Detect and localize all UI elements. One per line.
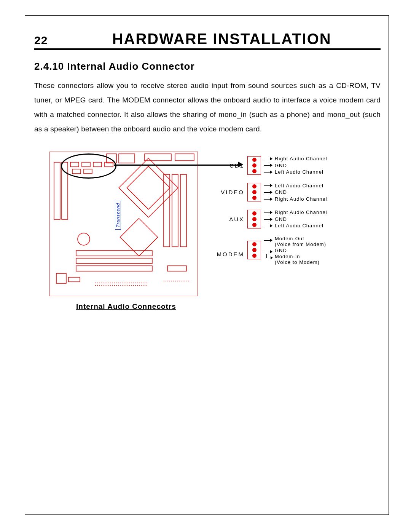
connector-modem: MODEM Modem-Out (Voice from Modem) GND: [209, 236, 373, 265]
connector-name: VIDEO: [209, 189, 244, 195]
connector-aux: AUX Right Audio Channel GND Left Audio C…: [209, 209, 373, 229]
svg-rect-17: [172, 174, 178, 247]
page-header: 22 HARDWARE INSTALLATION: [34, 30, 381, 50]
connector-name: MODEM: [209, 244, 244, 257]
svg-rect-13: [119, 158, 178, 217]
arrow-right-icon: [264, 163, 273, 167]
section-title: Internal Audio Connector: [67, 61, 195, 72]
pin-header-icon: [247, 183, 261, 201]
pin-label: GND: [275, 162, 287, 169]
pin-label: Modem-In: [275, 254, 300, 259]
brand-label: Transcend: [115, 201, 121, 230]
pin-header-icon: [247, 241, 261, 259]
arrow-right-icon: [264, 217, 273, 221]
pin-label: Left Audio Channel: [275, 222, 323, 229]
arrow-right-icon: [264, 190, 273, 194]
page-number: 22: [34, 34, 48, 47]
pin-label: Left Audio Channel: [275, 182, 323, 189]
svg-rect-16: [164, 174, 170, 247]
callout-ellipse: [61, 153, 116, 179]
section-heading: 2.4.10 Internal Audio Connector: [34, 61, 381, 72]
pin-labels: Right Audio Channel GND Left Audio Chann…: [264, 209, 327, 229]
section-number: 2.4.10: [34, 61, 64, 72]
pin-label: Left Audio Channel: [275, 169, 323, 176]
svg-rect-2: [119, 154, 135, 163]
figure-caption: Internal Audio Connecotrs: [76, 302, 176, 311]
pin-label: Right Audio Channel: [275, 196, 327, 203]
connector-video: VIDEO Left Audio Channel GND Right Audio…: [209, 182, 373, 203]
pin-label: (Voice from Modem): [275, 241, 326, 247]
pin-labels: Right Audio Channel GND Left Audio Chann…: [264, 155, 327, 176]
svg-rect-18: [180, 174, 186, 247]
svg-rect-4: [175, 154, 194, 161]
arrow-right-icon: [264, 238, 273, 242]
arrow-right-icon: [264, 211, 273, 214]
pin-label: Right Audio Channel: [275, 155, 327, 162]
arrow-right-icon: [264, 197, 273, 201]
pin-label: Right Audio Channel: [275, 209, 327, 216]
svg-rect-26: [56, 273, 66, 283]
connector-name: CD1: [209, 162, 244, 169]
connector-name: AUX: [209, 216, 244, 222]
pin-label: GND: [275, 216, 287, 223]
svg-rect-27: [68, 277, 80, 282]
arrow-right-icon: [264, 224, 273, 228]
svg-rect-19: [76, 251, 152, 256]
arrow-right-icon: [264, 184, 273, 187]
pin-labels: Modem-Out (Voice from Modem) GND Modem-I…: [264, 236, 326, 265]
svg-point-22: [78, 233, 90, 245]
pin-label: GND: [275, 248, 287, 254]
connector-legend: CD1 Right Audio Channel GND Left Audio C…: [209, 155, 373, 272]
svg-rect-21: [76, 266, 152, 271]
page: 22 HARDWARE INSTALLATION 2.4.10 Internal…: [0, 0, 411, 532]
pin-header-icon: [247, 210, 261, 228]
chapter-title: HARDWARE INSTALLATION: [63, 30, 381, 48]
body-paragraph: These connectors allow you to receive st…: [34, 78, 381, 136]
arrow-down-right-icon: [264, 254, 273, 260]
svg-rect-11: [54, 162, 60, 219]
arrow-right-icon: [264, 157, 273, 161]
svg-rect-20: [76, 258, 152, 264]
pin-label: (Voice to Modem): [275, 259, 320, 265]
pin-label: Modem-Out: [275, 236, 304, 241]
figure-diagram: Transcend CD1 Right Audio Channel GND Le…: [34, 148, 377, 308]
svg-rect-3: [145, 154, 171, 161]
connector-cd1: CD1 Right Audio Channel GND Left Audio C…: [209, 155, 373, 176]
svg-rect-28: [167, 266, 186, 271]
arrow-right-icon: [264, 250, 273, 254]
arrow-right-icon: [264, 170, 273, 174]
pin-label: GND: [275, 189, 287, 196]
pin-labels: Left Audio Channel GND Right Audio Chann…: [264, 182, 327, 203]
pin-header-icon: [247, 156, 261, 175]
